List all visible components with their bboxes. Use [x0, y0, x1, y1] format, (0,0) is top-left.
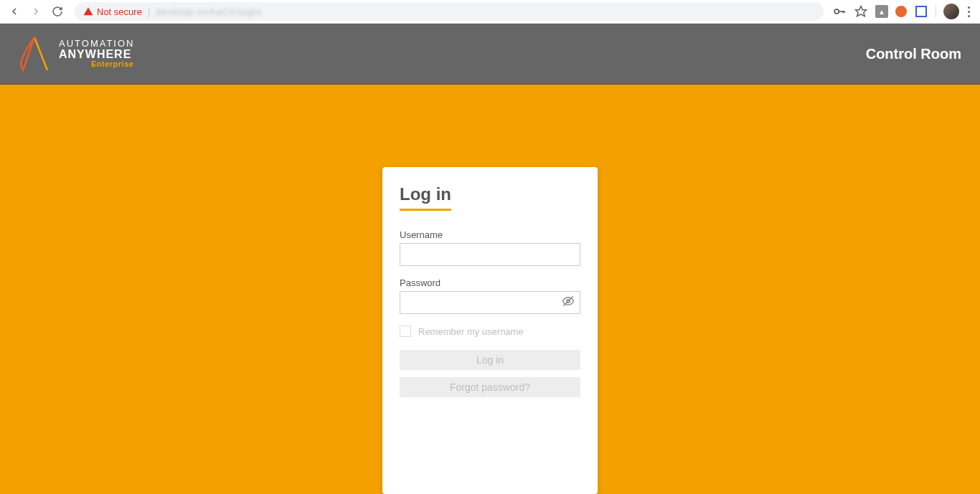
- menu-button[interactable]: [966, 5, 971, 19]
- app-header: AUTOMATION ANYWHERE Enterprise Control R…: [0, 24, 980, 85]
- page-title: Control Room: [866, 46, 961, 62]
- password-label: Password: [400, 277, 580, 288]
- password-input[interactable]: [400, 291, 580, 314]
- forgot-password-button[interactable]: Forgot password?: [400, 377, 580, 397]
- main-area: Log in Username Password Remember my use…: [0, 85, 980, 494]
- reload-button[interactable]: [49, 3, 66, 20]
- username-input[interactable]: [400, 243, 580, 266]
- password-group: Password: [400, 277, 580, 314]
- address-separator: |: [148, 6, 150, 17]
- browser-toolbar: Not secure | desktop-noAaC#/login ▲: [0, 0, 980, 24]
- toggle-password-visibility-icon[interactable]: [562, 295, 575, 310]
- remember-checkbox[interactable]: [400, 326, 411, 337]
- star-icon[interactable]: [854, 4, 868, 19]
- login-title: Log in: [400, 184, 451, 211]
- remember-label: Remember my username: [418, 326, 524, 337]
- brand-line1: AUTOMATION: [59, 39, 134, 49]
- profile-avatar[interactable]: [943, 4, 959, 19]
- brand-sub: Enterprise: [91, 60, 134, 69]
- svg-point-0: [834, 9, 839, 14]
- svg-marker-1: [856, 6, 867, 16]
- key-icon[interactable]: [832, 4, 847, 19]
- url-text: desktop-noAaC#/login: [156, 6, 262, 17]
- username-label: Username: [400, 229, 580, 240]
- toolbar-right: ▲: [832, 4, 974, 19]
- forward-button[interactable]: [27, 3, 44, 20]
- crop-extension-icon[interactable]: [914, 4, 928, 19]
- login-button[interactable]: Log in: [400, 350, 580, 370]
- address-bar[interactable]: Not secure | desktop-noAaC#/login: [75, 2, 824, 21]
- back-button[interactable]: [6, 3, 23, 20]
- warning-icon: [83, 6, 93, 16]
- security-indicator: Not secure: [83, 6, 142, 17]
- login-card: Log in Username Password Remember my use…: [382, 167, 598, 494]
- security-label: Not secure: [97, 6, 142, 17]
- remember-checkbox-row[interactable]: Remember my username: [400, 326, 580, 337]
- brand-logo: AUTOMATION ANYWHERE Enterprise: [19, 34, 134, 73]
- brand-line2: ANYWHERE: [59, 49, 134, 61]
- extension-icon[interactable]: [895, 6, 907, 17]
- username-group: Username: [400, 229, 580, 266]
- pdf-extension-icon[interactable]: ▲: [875, 5, 888, 18]
- logo-mark-icon: [19, 34, 50, 73]
- toolbar-separator: [936, 5, 936, 18]
